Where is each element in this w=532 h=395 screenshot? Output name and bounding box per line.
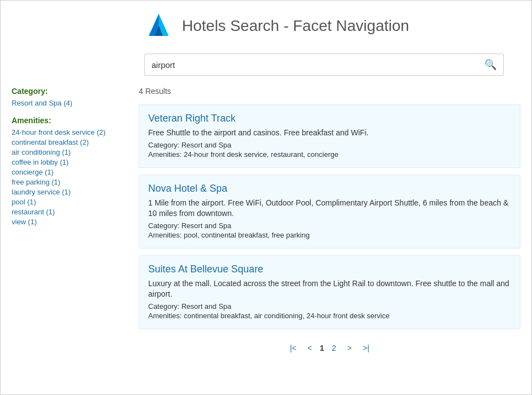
result-desc-1: 1 Mile from the airport. Free WiFi, Outd… (148, 198, 511, 219)
result-card-1: Nova Hotel & Spa 1 Mile from the airport… (139, 175, 520, 249)
results-count: 4 Results (139, 87, 520, 96)
sidebar-item-coffee-lobby[interactable]: coffee in lobby (1) (12, 158, 122, 166)
sidebar-item-continental-breakfast[interactable]: continental breakfast (2) (12, 138, 122, 146)
result-desc-0: Free Shuttle to the airport and casinos.… (148, 128, 511, 139)
pagination-last[interactable]: >| (359, 343, 373, 354)
amenities-label: Amenities: (12, 116, 122, 125)
result-amenities-0: Amenities: 24-hour front desk service, r… (148, 150, 511, 159)
result-card-2: Suites At Bellevue Square Luxury at the … (139, 255, 520, 329)
pagination-first[interactable]: |< (286, 343, 300, 354)
sidebar-item-free-parking[interactable]: free parking (1) (12, 178, 122, 186)
result-card-0: Veteran Right Track Free Shuttle to the … (139, 104, 520, 168)
sidebar-item-concierge[interactable]: concierge (1) (12, 168, 122, 176)
result-amenities-1: Amenities: pool, continental breakfast, … (148, 231, 511, 239)
result-title-1[interactable]: Nova Hotel & Spa (148, 183, 511, 194)
sidebar-item-air-conditioning[interactable]: air conditioning (1) (12, 148, 122, 156)
search-icon: 🔍 (484, 59, 497, 70)
result-desc-2: Luxury at the mall. Located across the s… (148, 278, 511, 300)
sidebar-item-front-desk[interactable]: 24-hour front desk service (2) (12, 128, 122, 136)
header: Hotels Search - Facet Navigation (12, 12, 520, 40)
pagination-next[interactable]: > (344, 343, 355, 354)
pagination-prev[interactable]: < (304, 343, 315, 354)
sidebar: Category: Resort and Spa (4) Amenities: … (12, 87, 133, 354)
result-category-2: Category: Resort and Spa (148, 302, 511, 310)
search-bar: 🔍 (144, 54, 504, 76)
search-input[interactable] (152, 60, 484, 70)
result-category-0: Category: Resort and Spa (148, 141, 511, 149)
results-content: 4 Results Veteran Right Track Free Shutt… (133, 87, 520, 354)
category-label: Category: (12, 87, 122, 96)
pagination-page2[interactable]: 2 (328, 343, 340, 354)
pagination: |< < 1 2 > >| (139, 343, 520, 354)
sidebar-item-view[interactable]: view (1) (12, 218, 122, 226)
result-title-2[interactable]: Suites At Bellevue Square (148, 264, 511, 275)
result-title-0[interactable]: Veteran Right Track (148, 113, 511, 124)
sidebar-item-resort-spa[interactable]: Resort and Spa (4) (12, 99, 122, 107)
result-amenities-2: Amenities: continental breakfast, air co… (148, 312, 511, 320)
azure-logo-icon (144, 12, 173, 40)
result-category-1: Category: Resort and Spa (148, 222, 511, 230)
sidebar-item-pool[interactable]: pool (1) (12, 198, 122, 206)
pagination-page1[interactable]: 1 (320, 344, 324, 352)
page-title: Hotels Search - Facet Navigation (182, 17, 409, 35)
page-wrapper: Hotels Search - Facet Navigation 🔍 Categ… (0, 0, 532, 395)
category-section: Category: Resort and Spa (4) (12, 87, 122, 107)
main-layout: Category: Resort and Spa (4) Amenities: … (12, 87, 520, 354)
search-button[interactable]: 🔍 (484, 59, 497, 71)
amenities-section: Amenities: 24-hour front desk service (2… (12, 116, 122, 226)
sidebar-item-restaurant[interactable]: restaurant (1) (12, 208, 122, 216)
sidebar-item-laundry-service[interactable]: laundry service (1) (12, 188, 122, 196)
